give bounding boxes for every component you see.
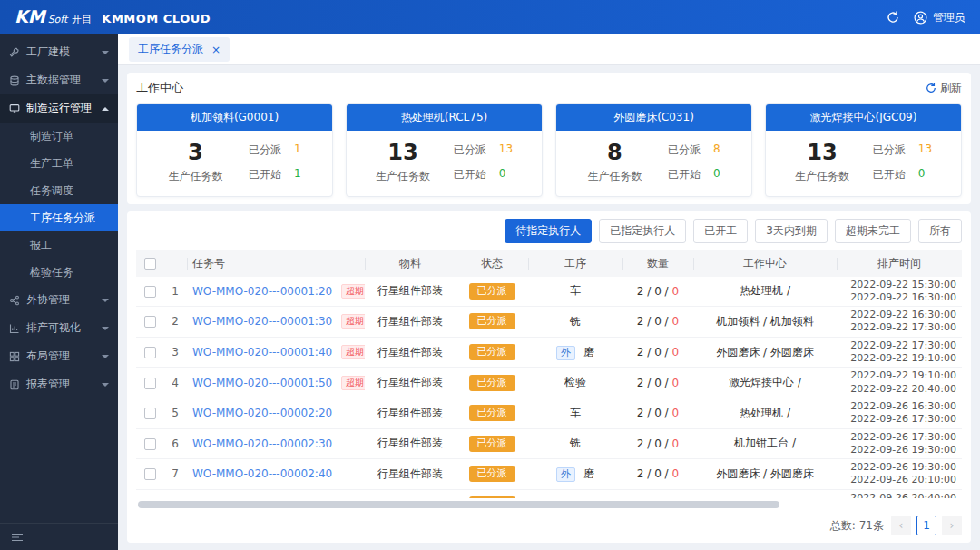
sidebar-item-work-report[interactable]: 报工 (0, 231, 118, 259)
row-quantity-remaining: 0 (671, 377, 679, 389)
row-quantity: 2 / 0 / (637, 285, 672, 298)
filter-button-2[interactable]: 已开工 (693, 219, 748, 243)
refresh-button[interactable]: 刷新 (926, 81, 962, 96)
sidebar-item-factory-modeling[interactable]: 工厂建模 (0, 38, 118, 66)
sidebar-item-manufacturing-execution[interactable]: 制造运行管理 (0, 94, 118, 123)
task-count-label: 生产任务数 (587, 169, 642, 184)
task-number-link[interactable]: WO-MMO-020---00001:50 (192, 377, 332, 389)
workcenter-panel: 工作中心 刷新 机加领料(G0001) 3 生产任务数 已分派 1 (127, 73, 971, 204)
overdue-badge: 超期 (341, 376, 365, 390)
sidebar-item-report-management[interactable]: 报表管理 (0, 370, 118, 398)
assigned-value: 13 (918, 142, 932, 158)
horizontal-scrollbar (138, 501, 960, 508)
logo-brand: KMMOM CLOUD (102, 12, 211, 25)
schedule-start-time: 2022-09-26 20:40:00 (842, 492, 956, 498)
row-schedule-time: 2022-09-26 17:30:00 2022-09-26 19:30:00 (837, 428, 962, 459)
scrollbar-thumb[interactable] (138, 501, 779, 508)
workcenter-card: 外圆磨床(C031) 8 生产任务数 已分派 8 已开始 0 (555, 103, 752, 197)
filter-button-4[interactable]: 超期未完工 (835, 219, 911, 243)
schedule-start-time: 2022-09-22 19:10:00 (842, 369, 956, 382)
row-material: 行星组件部装 (365, 277, 456, 307)
row-quantity-remaining: 0 (671, 285, 679, 298)
task-count-value: 13 (376, 141, 430, 166)
row-quantity: 2 / 0 / (637, 407, 672, 419)
total-count: 总数: 71条 (830, 518, 884, 534)
tab-bar: 工序任务分派 × (118, 34, 980, 65)
overdue-badge: 超期 (341, 345, 365, 359)
row-checkbox[interactable] (144, 316, 156, 328)
sidebar-item-operation-task-dispatch[interactable]: 工序任务分派 (0, 204, 118, 231)
task-count-label: 生产任务数 (168, 169, 222, 184)
row-quantity: 2 / 0 / (637, 437, 672, 450)
task-number-link[interactable]: WO-MMO-020---00002:30 (192, 437, 332, 450)
row-schedule-time: 2022-09-22 16:30:00 2022-09-22 17:30:00 (837, 307, 962, 338)
started-value: 0 (499, 167, 506, 182)
task-number-link[interactable]: WO-MMO-020---00001:20 (192, 285, 332, 298)
row-process: 检验 (564, 376, 586, 388)
filter-button-1[interactable]: 已指定执行人 (599, 219, 686, 243)
filter-button-3[interactable]: 3天内到期 (755, 219, 828, 243)
sidebar-item-master-data[interactable]: 主数据管理 (0, 66, 118, 94)
row-process: 铣 (570, 437, 581, 449)
workcenter-card-title: 机加领料(G0001) (137, 104, 332, 131)
topbar-actions: 管理员 (886, 10, 965, 25)
status-badge: 已分派 (469, 496, 515, 498)
status-badge: 已分派 (469, 313, 515, 329)
task-count-value: 3 (168, 141, 222, 166)
filter-button-0[interactable]: 待指定执行人 (505, 219, 592, 243)
sidebar-item-outsourcing[interactable]: 外协管理 (0, 286, 118, 314)
assigned-label: 已分派 (668, 142, 701, 158)
sidebar-item-inspection-task[interactable]: 检验任务 (0, 259, 118, 286)
page-number-1[interactable]: 1 (916, 516, 936, 535)
filter-button-5[interactable]: 所有 (918, 219, 962, 243)
row-quantity-remaining: 0 (671, 346, 679, 358)
sidebar-item-task-scheduling[interactable]: 任务调度 (0, 177, 118, 204)
sidebar-item-production-workorder[interactable]: 生产工单 (0, 150, 118, 177)
sidebar-item-scheduling-visualization[interactable]: 排产可视化 (0, 314, 118, 342)
task-count-value: 8 (587, 141, 642, 166)
sidebar-item-label: 布局管理 (26, 349, 70, 364)
prev-page-button[interactable]: ‹ (891, 516, 911, 535)
user-menu[interactable]: 管理员 (913, 10, 965, 25)
next-page-button[interactable]: › (942, 516, 962, 535)
sidebar-subitem-label: 工序任务分派 (30, 211, 95, 226)
row-checkbox[interactable] (144, 378, 156, 389)
workcenter-card-title: 热处理机(RCL75) (347, 104, 542, 131)
select-all-checkbox[interactable] (144, 258, 156, 270)
row-material: 行星组件部装 (365, 337, 456, 368)
tab-operation-task-dispatch[interactable]: 工序任务分派 × (129, 37, 230, 62)
close-icon[interactable]: × (211, 44, 220, 55)
sidebar-item-manufacturing-order[interactable]: 制造订单 (0, 123, 118, 150)
workcenter-cards: 机加领料(G0001) 3 生产任务数 已分派 1 已开始 1 热处理机(RCL… (136, 103, 962, 197)
row-checkbox[interactable] (144, 408, 156, 419)
task-number-link[interactable]: WO-MMO-020---00002:40 (192, 467, 332, 480)
sidebar-subitem-label: 制造订单 (30, 129, 74, 144)
sidebar-item-layout-management[interactable]: 布局管理 (0, 342, 118, 370)
task-number-link[interactable]: WO-MMO-020---00001:40 (192, 346, 332, 358)
row-checkbox[interactable] (144, 438, 156, 450)
refresh-icon[interactable] (886, 10, 900, 25)
row-index: 1 (163, 277, 187, 307)
row-workcenter: 热处理机 / (693, 277, 837, 307)
collapse-sidebar-icon[interactable] (11, 532, 24, 543)
task-number-link[interactable]: WO-MMO-020---00002:20 (192, 407, 332, 419)
app-window: KM Soft 开目 KMMOM CLOUD 管理员 (0, 0, 980, 550)
col-header-0: 任务号 (187, 250, 365, 277)
status-badge: 已分派 (469, 344, 515, 360)
schedule-start-time: 2022-09-26 19:30:00 (842, 461, 956, 474)
task-number-link[interactable]: WO-MMO-020---00001:30 (192, 315, 332, 328)
user-icon (913, 10, 927, 25)
filter-button-group: 待指定执行人已指定执行人已开工3天内到期超期未完工所有 (136, 219, 962, 243)
row-quantity-remaining: 0 (671, 407, 679, 419)
row-checkbox[interactable] (144, 286, 156, 298)
table-footer: 总数: 71条 ‹ 1 › (136, 510, 962, 535)
row-checkbox[interactable] (144, 468, 156, 480)
col-header-4: 数量 (622, 250, 693, 277)
started-label: 已开始 (454, 167, 486, 182)
row-index: 7 (163, 459, 187, 490)
col-header-2: 状态 (456, 250, 528, 277)
row-checkbox[interactable] (144, 347, 156, 358)
chevron-down-icon (102, 355, 109, 358)
row-index: 8 (163, 489, 187, 498)
col-header-6: 排产时间 (837, 250, 962, 277)
